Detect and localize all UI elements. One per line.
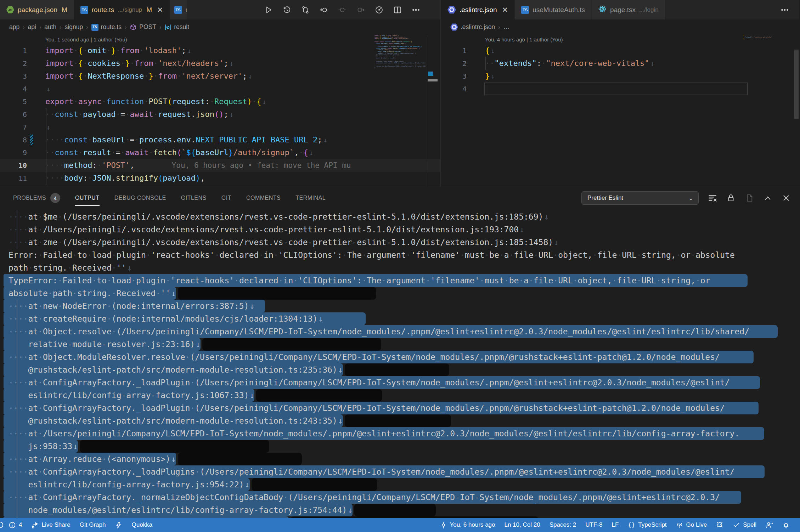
output-line[interactable]: ····at·Array.reduce·(<anonymous>)↓ — [0, 453, 800, 465]
breadcrumb-item--[interactable]: … — [503, 23, 510, 31]
output-line[interactable]: absolute·path·string.·Received·''↓ — [0, 287, 800, 300]
output-line[interactable]: ····at·/Users/peiningli/.vscode/extensio… — [0, 223, 800, 236]
output-line[interactable]: eslintrc/lib/config-array-factory.js:954… — [0, 478, 800, 491]
more-actions-icon[interactable] — [780, 5, 789, 15]
breadcrumb-item--eslintrc-json[interactable]: .eslintrc.json — [450, 23, 495, 31]
open-log-file-icon[interactable] — [744, 193, 755, 203]
tab-r[interactable]: TSr — [170, 0, 187, 19]
scrollbar-thumb[interactable] — [794, 50, 799, 119]
output-line[interactable]: TypeError:·Failed·to·load·plugin·'react-… — [0, 274, 800, 287]
nav-forward-icon[interactable] — [356, 5, 365, 15]
output-line[interactable]: ····at·Object.ModuleResolver.resolve·(/U… — [0, 351, 800, 363]
status-item-quokka-toggle[interactable] — [110, 518, 127, 532]
code-line-11[interactable]: 11····body:·JSON.stringify(payload), — [0, 172, 440, 185]
minimap-right[interactable]: { "extends": "next/core-web-vitals"} — [743, 35, 786, 41]
breadcrumb-item-route-ts[interactable]: TSroute.ts — [91, 23, 122, 31]
panel-tab-terminal[interactable]: TERMINAL — [295, 187, 326, 209]
status-item-feedback[interactable] — [761, 518, 778, 532]
output-line[interactable]: ····at·ConfigArrayFactory._loadPlugin·(/… — [0, 402, 800, 414]
history-icon[interactable] — [282, 5, 292, 15]
tab-route-ts[interactable]: TSroute.ts.../signupM✕ — [74, 0, 170, 19]
output-line[interactable]: @rushstack/eslint-patch/src/modern-modul… — [0, 363, 800, 376]
code-line-2[interactable]: 2··"extends":·"next/core-web-vitals"↓ — [441, 57, 799, 70]
panel-tab-gitlens[interactable]: GITLENS — [181, 187, 207, 209]
run-icon[interactable] — [264, 5, 273, 15]
code-line-3[interactable]: 3}↓ — [441, 70, 799, 83]
close-icon[interactable]: ✕ — [157, 6, 163, 13]
status-item-spell-checker[interactable]: Spell — [728, 518, 761, 532]
output-line[interactable]: ····at·ConfigArrayFactory._normalizeObje… — [0, 491, 800, 504]
split-editor-icon[interactable] — [393, 5, 402, 15]
output-line[interactable]: @rushstack/eslint-patch/src/modern-modul… — [0, 414, 800, 427]
panel-tab-output[interactable]: OUTPUT — [75, 187, 100, 209]
code-line-10[interactable]: 10····method:·'POST',You, 6 hours ago • … — [0, 159, 440, 172]
code-editor-route-ts[interactable]: You, 1 second ago | 1 author (You) 1impo… — [0, 35, 440, 187]
lock-icon[interactable] — [726, 193, 736, 203]
panel-tab-problems[interactable]: PROBLEMS4 — [13, 187, 60, 209]
output-line[interactable]: ····at·$me·(/Users/peiningli/.vscode/ext… — [0, 210, 800, 223]
output-line[interactable]: ····at·Object.resolve·(/Users/peiningli/… — [0, 325, 800, 338]
status-item-notifications-count[interactable]: 4 — [4, 518, 27, 532]
status-item-cursor-position[interactable]: Ln 10, Col 20 — [500, 518, 545, 532]
output-line[interactable]: js:958:33↓ — [0, 440, 800, 453]
status-item-language-mode[interactable]: TypeScript — [623, 518, 671, 532]
output-line[interactable]: Error:·Failed·to·load·plugin·'react-hook… — [0, 249, 800, 261]
breadcrumb-item-api[interactable]: api — [28, 23, 36, 31]
close-panel-icon[interactable] — [781, 193, 791, 203]
code-line-6[interactable]: 6··const·payload·=·await·request.json();… — [0, 108, 440, 121]
panel-tab-git[interactable]: GIT — [221, 187, 231, 209]
tab-usemutateauth-ts[interactable]: TSuseMutateAuth.ts — [515, 0, 592, 19]
nav-back-icon[interactable] — [319, 5, 328, 15]
output-line[interactable]: path·string.·Received·''↓ — [0, 261, 800, 274]
code-line-5[interactable]: 5export·async·function·POST(request:·Req… — [0, 95, 440, 108]
status-item-live-share[interactable]: Live Share — [27, 518, 75, 532]
breadcrumb-item-signup[interactable]: signup — [65, 23, 83, 31]
minimap[interactable]: import { omit } from 'lodash';import { c… — [374, 35, 426, 69]
output-line[interactable]: relative-module-resolver.js:23:16)↓ — [0, 338, 800, 351]
close-icon[interactable]: ✕ — [502, 6, 508, 13]
overview-ruler[interactable] — [427, 35, 439, 187]
compare-changes-icon[interactable] — [301, 5, 310, 15]
code-line-1[interactable]: 1{↓ — [441, 44, 799, 57]
status-item-copilot[interactable] — [711, 518, 728, 532]
breadcrumb-item-app[interactable]: app — [9, 23, 19, 31]
code-editor-eslintrc[interactable]: You, 4 hours ago | 1 author (You) 1{↓2··… — [441, 35, 799, 187]
output-line[interactable]: eslintrc/lib/config-array-factory.js:106… — [0, 389, 800, 402]
status-item-blame-status[interactable]: You, 6 hours ago — [435, 518, 500, 532]
tab-page-tsx[interactable]: page.tsx.../login — [592, 0, 665, 19]
code-line-9[interactable]: 9··const·result·=·await·fetch(`${baseUrl… — [0, 146, 440, 159]
maximize-panel-icon[interactable] — [762, 193, 773, 203]
output-line[interactable]: ····at·ConfigArrayFactory._loadPlugins·(… — [0, 465, 800, 478]
output-log[interactable]: ····at·$me·(/Users/peiningli/.vscode/ext… — [0, 209, 800, 518]
breadcrumb-item-auth[interactable]: auth — [44, 23, 56, 31]
status-item-encoding[interactable]: UTF-8 — [581, 518, 607, 532]
status-item-notifications-bell[interactable] — [778, 518, 794, 532]
status-item-quokka[interactable]: Quokka — [127, 518, 157, 532]
breadcrumb-item-post[interactable]: POST — [130, 23, 156, 31]
output-line[interactable]: ····at·/Users/peiningli/Company/LSCM/EPD… — [0, 427, 800, 440]
panel-tab-comments[interactable]: COMMENTS — [246, 187, 281, 209]
nav-current-icon[interactable] — [338, 5, 347, 15]
panel-tab-debug-console[interactable]: DEBUG CONSOLE — [114, 187, 166, 209]
status-item-go-live[interactable]: Go Live — [671, 518, 712, 532]
code-line-7[interactable]: 7↓ — [0, 121, 440, 134]
output-channel-dropdown[interactable]: Prettier Eslint ⌄ — [581, 191, 699, 205]
clear-output-icon[interactable] — [707, 193, 718, 203]
tab--eslintrc-json[interactable]: .eslintrc.json✕ — [441, 0, 515, 19]
whitespace-dots: ···· — [9, 212, 28, 221]
output-line[interactable]: ····at·zme·(/Users/peiningli/.vscode/ext… — [0, 236, 800, 249]
timeline-icon[interactable] — [374, 5, 384, 15]
status-item-indentation[interactable]: Spaces: 2 — [545, 518, 581, 532]
code-line-8[interactable]: 8····const·baseUrl·=·process.env.NEXT_PU… — [0, 134, 440, 146]
output-line[interactable]: node_modules/@eslint/eslintrc/lib/config… — [0, 504, 800, 516]
code-line-3[interactable]: 3import·{·NextResponse·}·from·'next/serv… — [0, 70, 440, 83]
code-line-4[interactable]: 4↓ — [0, 83, 440, 95]
output-line[interactable]: ····at·createRequire·(node:internal/modu… — [0, 312, 800, 325]
output-line[interactable]: ····at·new·NodeError·(node:internal/erro… — [0, 300, 800, 312]
tab-package-json[interactable]: JSpackage.jsonM — [0, 0, 74, 19]
more-actions-icon[interactable] — [411, 5, 421, 15]
breadcrumb-item-result[interactable]: result — [164, 23, 189, 31]
output-line[interactable]: ····at·ConfigArrayFactory._loadPlugin·(/… — [0, 376, 800, 389]
status-item-eol[interactable]: LF — [607, 518, 623, 532]
status-item-git-graph[interactable]: Git Graph — [75, 518, 111, 532]
